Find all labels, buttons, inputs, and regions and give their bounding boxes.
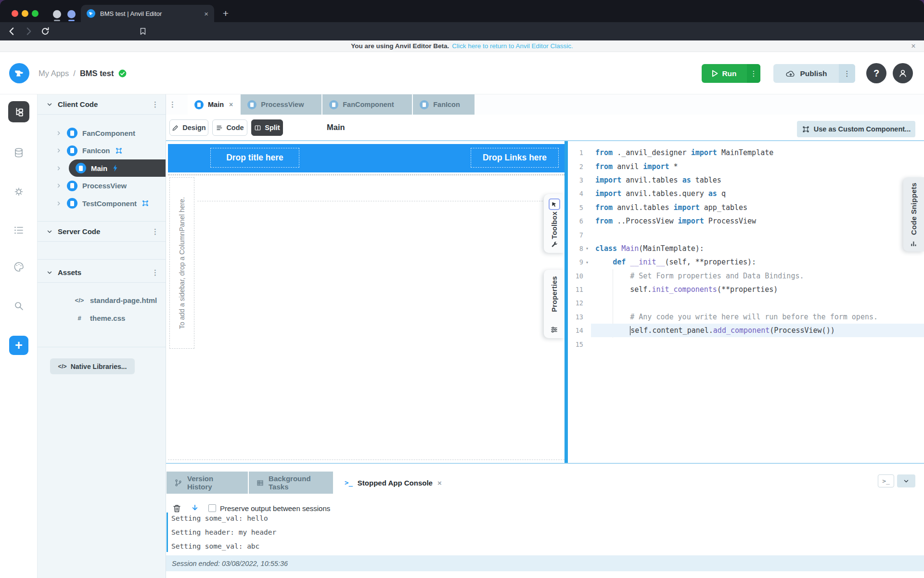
browser-tab[interactable]: BMS test | Anvil Editor × [81, 5, 214, 22]
asset-item-css[interactable]: # theme.css [38, 309, 166, 327]
tab-background-tasks[interactable]: Background Tasks [249, 472, 333, 494]
help-button[interactable]: ? [866, 63, 886, 83]
anvil-logo[interactable] [9, 63, 29, 83]
form-item-processview[interactable]: ProcessView [38, 177, 166, 195]
bar-chart-icon [910, 240, 917, 247]
rail-settings-button[interactable] [13, 186, 25, 197]
rail-data-tables-button[interactable] [13, 147, 25, 158]
code-line[interactable]: 6from ..ProcessView import ProcessView [568, 214, 924, 228]
form-item-main-selected[interactable]: Main [38, 159, 166, 177]
client-code-kebab-icon[interactable]: ⋮ [152, 100, 159, 109]
account-button[interactable] [893, 63, 913, 83]
code-line[interactable]: 3import anvil.tables as tables [568, 173, 924, 187]
rail-app-tree-button[interactable] [8, 101, 29, 122]
toolbox-collapsed-tab[interactable]: Toolbox [544, 194, 565, 253]
new-tab-button[interactable]: + [219, 7, 232, 20]
assets-section-header[interactable]: Assets ⋮ [38, 263, 166, 283]
browser-profile-avatar[interactable] [53, 10, 61, 18]
form-title-bar[interactable]: Drop title here Drop Links here [168, 144, 565, 172]
browser-profile-avatar[interactable] [67, 10, 76, 18]
assets-kebab-icon[interactable]: ⋮ [152, 268, 159, 277]
preserve-output-checkbox[interactable] [208, 504, 216, 512]
code-line[interactable]: 10 # Set Form properties and Data Bindin… [568, 269, 924, 283]
properties-collapsed-tab[interactable]: Properties [544, 270, 565, 338]
native-libraries-button[interactable]: </> Native Libraries... [50, 358, 135, 374]
code-editor[interactable]: 1from ._anvil_designer import MainTempla… [568, 141, 924, 463]
window-close-button[interactable] [12, 10, 18, 17]
rail-search-button[interactable] [13, 300, 25, 312]
run-options-kebab-icon[interactable]: ⋮ [747, 64, 760, 83]
form-item-fancomponent[interactable]: FanComponent [38, 124, 166, 142]
code-line[interactable]: 2from anvil import * [568, 159, 924, 173]
editor-tab-fancomponent[interactable]: FanComponent [322, 94, 412, 115]
server-code-section-header[interactable]: Server Code ⋮ [38, 222, 166, 242]
back-icon[interactable] [7, 26, 17, 37]
code-line[interactable]: 14 self.content_panel.add_component(Proc… [568, 324, 924, 337]
split-view-button[interactable]: Split [251, 119, 283, 136]
use-as-custom-component-button[interactable]: Use as Custom Component... [797, 121, 915, 137]
editor-tab-bar: ⋮ Main × ProcessView FanComponent FanIco… [166, 94, 924, 115]
beta-bar-close-icon[interactable]: × [909, 41, 918, 51]
rail-theme-button[interactable] [13, 261, 25, 273]
design-canvas[interactable] [166, 141, 565, 463]
code-line[interactable]: 11 self.init_components(**properties) [568, 283, 924, 296]
code-view-button[interactable]: Code [212, 119, 247, 136]
chevron-down-icon [46, 228, 53, 235]
content-panel-dotted-outline [197, 201, 565, 201]
code-line[interactable]: 7 [568, 228, 924, 241]
breadcrumb-my-apps[interactable]: My Apps [38, 69, 69, 78]
window-zoom-button[interactable] [32, 10, 38, 17]
collapse-panel-button[interactable] [897, 474, 915, 487]
asset-item-html[interactable]: </> standard-page.html [38, 291, 166, 309]
window-minimize-button[interactable] [22, 10, 28, 17]
tab-version-history[interactable]: Version History [167, 472, 248, 494]
breadcrumb-app-name: BMS test [80, 69, 114, 78]
server-code-kebab-icon[interactable]: ⋮ [152, 227, 159, 236]
tab-overflow-kebab-icon[interactable]: ⋮ [166, 94, 176, 115]
editor-tab-main[interactable]: Main × [188, 94, 240, 115]
split-drag-divider[interactable] [565, 141, 568, 463]
forward-icon[interactable] [23, 26, 34, 37]
list-icon [13, 224, 25, 236]
code-line[interactable]: 15 [568, 337, 924, 351]
beta-classic-link[interactable]: Click here to return to Anvil Editor Cla… [452, 42, 573, 50]
code-snippets-collapsed-tab[interactable]: Code Snippets [903, 177, 924, 251]
code-line[interactable]: 9▾ def __init__(self, **properties): [568, 255, 924, 269]
assets-list: </> standard-page.html # theme.css [38, 283, 166, 347]
code-line[interactable]: 4import anvil.tables.query as q [568, 187, 924, 200]
design-view-button[interactable]: Design [169, 119, 208, 136]
code-line[interactable]: 1from ._anvil_designer import MainTempla… [568, 146, 924, 159]
publish-options-kebab-icon[interactable]: ⋮ [839, 64, 855, 83]
editor-tab-processview[interactable]: ProcessView [241, 94, 321, 115]
css-file-icon: # [73, 315, 86, 322]
client-code-section-header[interactable]: Client Code ⋮ [38, 94, 166, 115]
bookmark-icon[interactable] [139, 27, 147, 36]
sidebar-drop-hint[interactable]: To add a sidebar, drop a ColumnPanel her… [169, 177, 194, 349]
console-output: Setting some_val: helloSetting header: m… [171, 512, 276, 553]
console-tab-close-icon[interactable]: × [437, 479, 442, 487]
editor-tab-fanicon[interactable]: FanIcon [413, 94, 475, 115]
reload-icon[interactable] [40, 26, 50, 36]
sliders-icon [550, 326, 558, 334]
cloud-upload-icon [785, 69, 796, 78]
tab-stopped-app-console[interactable]: >_ Stopped App Console × [337, 472, 449, 494]
code-line[interactable]: 5from anvil.tables import app_tables [568, 201, 924, 214]
code-line[interactable]: 8▾class Main(MainTemplate): [568, 242, 924, 255]
tab-close-icon[interactable]: × [204, 10, 208, 18]
code-line[interactable]: 13 # Any code you write here will run be… [568, 310, 924, 324]
tab-close-icon[interactable]: × [229, 101, 233, 108]
publish-button[interactable]: Publish ⋮ [773, 64, 855, 83]
drop-title-zone[interactable]: Drop title here [210, 148, 299, 168]
selected-form-pill[interactable]: Main [69, 159, 166, 177]
drop-links-zone[interactable]: Drop Links here [471, 148, 559, 168]
run-button[interactable]: Run ⋮ [702, 64, 760, 83]
form-item-testcomponent[interactable]: TestComponent [38, 195, 166, 212]
form-item-fanicon[interactable]: FanIcon [38, 142, 166, 160]
rail-logs-button[interactable] [13, 224, 25, 236]
code-line[interactable]: 12 [568, 296, 924, 310]
open-terminal-button[interactable]: >_ [878, 474, 894, 487]
arrange-cursor-icon[interactable] [549, 198, 560, 210]
form-icon [329, 100, 338, 109]
publish-button-label: Publish [800, 69, 827, 78]
rail-add-button[interactable]: + [9, 336, 28, 355]
